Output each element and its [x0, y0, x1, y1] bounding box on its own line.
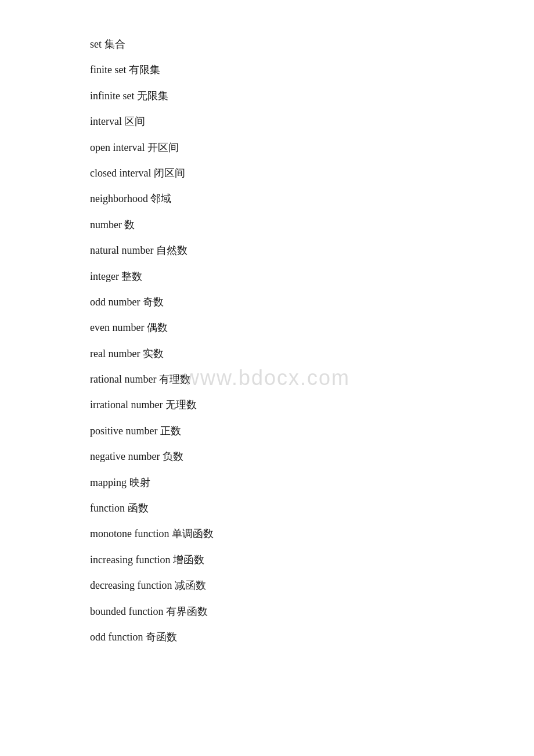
term-chinese: 整数	[121, 271, 142, 282]
list-item: open interval 开区间	[90, 138, 444, 157]
term-chinese: 开区间	[147, 142, 179, 153]
term-english: finite set	[90, 64, 129, 75]
list-item: irrational number 无理数	[90, 395, 444, 414]
list-item: bounded function 有界函数	[90, 602, 444, 621]
term-english: mapping	[90, 477, 129, 488]
term-english: irrational number	[90, 399, 165, 411]
term-chinese: 数	[124, 219, 135, 231]
term-chinese: 区间	[124, 116, 145, 127]
term-english: interval	[90, 116, 124, 127]
term-english: closed interval	[90, 167, 154, 179]
list-item: monotone function 单调函数	[90, 524, 444, 543]
term-chinese: 自然数	[156, 244, 187, 256]
term-english: neighborhood	[90, 193, 150, 204]
term-english: decreasing function	[90, 579, 175, 591]
term-chinese: 闭区间	[154, 167, 185, 179]
term-english: even number	[90, 322, 147, 333]
list-item: negative number 负数	[90, 447, 444, 466]
term-english: function	[90, 502, 128, 514]
term-chinese: 映射	[129, 477, 150, 488]
term-english: open interval	[90, 142, 147, 153]
term-english: infinite set	[90, 90, 137, 102]
term-chinese: 无理数	[165, 399, 197, 411]
list-item: mapping 映射	[90, 473, 444, 492]
term-chinese: 函数	[128, 502, 149, 514]
term-chinese: 增函数	[173, 554, 204, 566]
list-item: odd number 奇数	[90, 293, 444, 311]
term-chinese: 奇函数	[146, 631, 177, 643]
term-chinese: 有理数	[159, 373, 190, 385]
term-chinese: 无限集	[137, 90, 168, 102]
list-item: infinite set 无限集	[90, 87, 444, 105]
term-english: real number	[90, 348, 143, 359]
term-chinese: 单调函数	[172, 528, 214, 539]
term-english: odd number	[90, 296, 143, 308]
term-english: natural number	[90, 244, 156, 256]
term-english: negative number	[90, 451, 163, 462]
term-english: set	[90, 38, 104, 50]
list-item: interval 区间	[90, 112, 444, 131]
term-chinese: 奇数	[143, 296, 164, 308]
term-english: monotone function	[90, 528, 172, 539]
list-item: decreasing function 减函数	[90, 576, 444, 595]
term-english: increasing function	[90, 554, 173, 566]
term-chinese: 偶数	[147, 322, 168, 333]
term-chinese: 负数	[163, 451, 183, 462]
term-english: number	[90, 219, 124, 231]
term-chinese: 实数	[143, 348, 164, 359]
list-item: even number 偶数	[90, 318, 444, 337]
list-item: function 函数	[90, 499, 444, 517]
list-item: odd function 奇函数	[90, 628, 444, 646]
list-item: number 数	[90, 215, 444, 234]
term-chinese: 邻域	[150, 193, 171, 204]
list-item: real number 实数	[90, 344, 444, 363]
list-item: integer 整数	[90, 267, 444, 286]
term-english: rational number	[90, 373, 159, 385]
term-chinese: 减函数	[175, 579, 206, 591]
term-chinese: 有限集	[129, 64, 160, 75]
list-item: natural number 自然数	[90, 241, 444, 260]
content-area: set 集合finite set 有限集infinite set 无限集inte…	[0, 0, 534, 688]
term-chinese: 集合	[104, 38, 125, 50]
list-item: increasing function 增函数	[90, 550, 444, 569]
list-item: positive number 正数	[90, 422, 444, 440]
term-chinese: 有界函数	[166, 606, 208, 617]
term-chinese: 正数	[160, 425, 181, 437]
list-item: closed interval 闭区间	[90, 164, 444, 182]
term-english: integer	[90, 271, 121, 282]
term-english: odd function	[90, 631, 146, 643]
term-english: positive number	[90, 425, 160, 437]
list-item: neighborhood 邻域	[90, 189, 444, 208]
list-item: set 集合	[90, 35, 444, 53]
list-item: finite set 有限集	[90, 60, 444, 79]
term-english: bounded function	[90, 606, 166, 617]
list-item: rational number 有理数	[90, 370, 444, 388]
